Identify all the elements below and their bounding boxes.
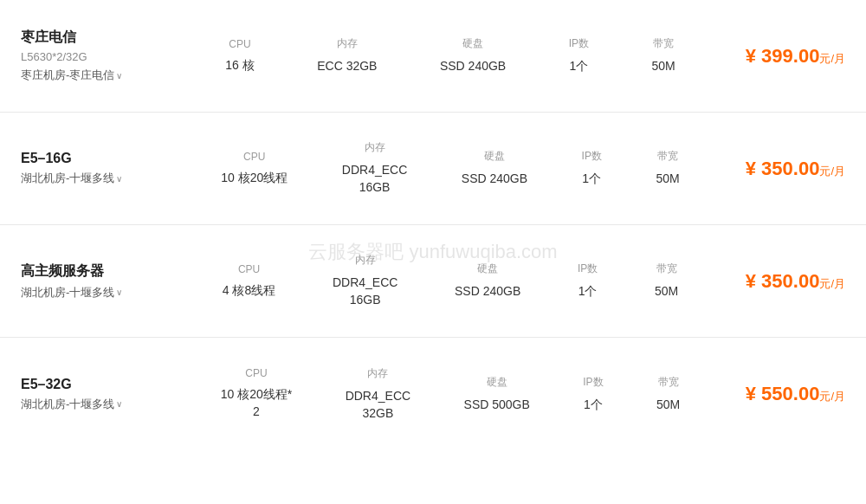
price-main: ¥ 350.00 [746,158,820,179]
spec-label: 带宽 [656,262,677,276]
spec-label: IP数 [583,375,603,390]
spec-label: CPU [243,151,265,163]
product-info: 枣庄电信L5630*2/32G枣庄机房-枣庄电信 [21,29,194,83]
spec-item: IP数1个 [583,375,603,414]
spec-label: 内存 [367,366,388,381]
product-row: E5–16G湖北机房-十堰多线CPU10 核20线程内存DDR4_ECC 16G… [0,113,866,225]
spec-item: 硬盘SSD 240GB [462,149,527,188]
spec-item: 带宽50M [656,149,679,188]
spec-label: 内存 [337,36,358,51]
spec-value: 4 核8线程 [223,282,275,300]
spec-value: DDR4_ECC 32GB [346,388,410,422]
spec-value: 1个 [569,58,588,75]
spec-label: 硬盘 [484,149,505,164]
spec-value: 10 核20线程 [221,170,288,187]
product-info: E5–32G湖北机房-十堰多线 [21,377,194,412]
spec-value: SSD 240GB [440,58,506,75]
product-location[interactable]: 湖北机房-十堰多线 [21,285,122,300]
spec-item: 内存ECC 32GB [317,36,377,75]
price-unit: 元/月 [819,52,845,65]
product-location[interactable]: 湖北机房-十堰多线 [21,171,122,186]
spec-label: 硬盘 [477,262,498,276]
product-location[interactable]: 枣庄机房-枣庄电信 [21,68,122,83]
price-main: ¥ 550.00 [746,383,820,404]
price-area: ¥ 550.00元/月 [707,383,845,405]
spec-value: 50M [655,283,678,300]
spec-value: 1个 [584,397,603,414]
spec-item: 带宽50M [652,36,675,75]
spec-value: SSD 240GB [462,171,527,188]
spec-item: 硬盘SSD 500GB [464,375,530,414]
spec-item: 硬盘SSD 240GB [440,36,506,75]
spec-label: 内存 [365,140,385,155]
price-main: ¥ 350.00 [746,270,820,292]
spec-value: 1个 [582,171,601,188]
product-row: 枣庄电信L5630*2/32G枣庄机房-枣庄电信CPU16 核内存ECC 32G… [0,0,866,113]
price-unit: 元/月 [819,277,845,290]
spec-item: CPU4 核8线程 [223,263,275,300]
spec-value: DDR4_ECC 16GB [342,162,407,196]
product-info: 高主频服务器湖北机房-十堰多线 [21,262,194,300]
price-unit: 元/月 [819,165,845,178]
spec-label: 带宽 [658,375,679,390]
spec-label: 带宽 [653,36,674,51]
spec-value: SSD 240GB [455,283,520,300]
spec-value: ECC 32GB [317,58,377,75]
price-main: ¥ 399.00 [746,45,820,67]
specs-container: CPU16 核内存ECC 32GB硬盘SSD 240GBIP数1个带宽50M [194,36,707,75]
spec-value: SSD 500GB [464,397,530,414]
specs-container: CPU10 核20线程* 2内存DDR4_ECC 32GB硬盘SSD 500GB… [194,366,707,422]
spec-value: DDR4_ECC 16GB [333,275,397,308]
spec-label: 硬盘 [462,36,483,51]
specs-container: CPU10 核20线程内存DDR4_ECC 16GB硬盘SSD 240GBIP数… [194,140,707,196]
price-area: ¥ 350.00元/月 [707,158,845,180]
product-location[interactable]: 湖北机房-十堰多线 [21,397,122,412]
product-list: 枣庄电信L5630*2/32G枣庄机房-枣庄电信CPU16 核内存ECC 32G… [0,0,866,450]
spec-label: 带宽 [657,149,678,164]
spec-value: 50M [656,171,679,188]
spec-label: CPU [245,367,267,379]
spec-value: 10 核20线程* 2 [221,386,292,420]
spec-value: 16 核 [225,57,254,74]
product-name: E5–32G [21,377,194,392]
spec-item: 带宽50M [656,375,680,414]
price-area: ¥ 399.00元/月 [707,45,845,68]
price-area: ¥ 350.00元/月 [707,270,845,293]
product-name: 高主频服务器 [21,262,194,281]
spec-item: CPU16 核 [225,38,254,74]
spec-value: 1个 [578,283,598,300]
spec-value: 50M [656,397,680,414]
spec-item: IP数1个 [578,262,598,300]
product-row: E5–32G湖北机房-十堰多线CPU10 核20线程* 2内存DDR4_ECC … [0,338,866,450]
spec-item: CPU10 核20线程 [221,151,288,187]
spec-item: 硬盘SSD 240GB [455,262,520,300]
product-name: 枣庄电信 [21,29,194,47]
product-subtitle: L5630*2/32G [21,50,194,63]
spec-item: IP数1个 [582,149,602,188]
product-row: 高主频服务器湖北机房-十堰多线CPU4 核8线程内存DDR4_ECC 16GB硬… [0,225,866,338]
spec-label: IP数 [569,36,589,51]
spec-label: 硬盘 [487,375,507,390]
spec-label: IP数 [578,262,598,276]
spec-item: 内存DDR4_ECC 16GB [342,140,407,196]
spec-item: IP数1个 [569,36,589,75]
spec-value: 50M [652,58,675,75]
spec-label: CPU [229,38,250,50]
product-name: E5–16G [21,151,194,166]
spec-item: CPU10 核20线程* 2 [221,367,292,420]
specs-container: CPU4 核8线程内存DDR4_ECC 16GB硬盘SSD 240GBIP数1个… [194,253,707,308]
spec-item: 内存DDR4_ECC 16GB [333,253,397,308]
spec-label: IP数 [582,149,602,164]
spec-label: CPU [238,263,260,275]
spec-item: 内存DDR4_ECC 32GB [346,366,410,422]
spec-item: 带宽50M [655,262,678,300]
price-unit: 元/月 [819,390,845,403]
spec-label: 内存 [355,253,376,268]
product-info: E5–16G湖北机房-十堰多线 [21,151,194,186]
